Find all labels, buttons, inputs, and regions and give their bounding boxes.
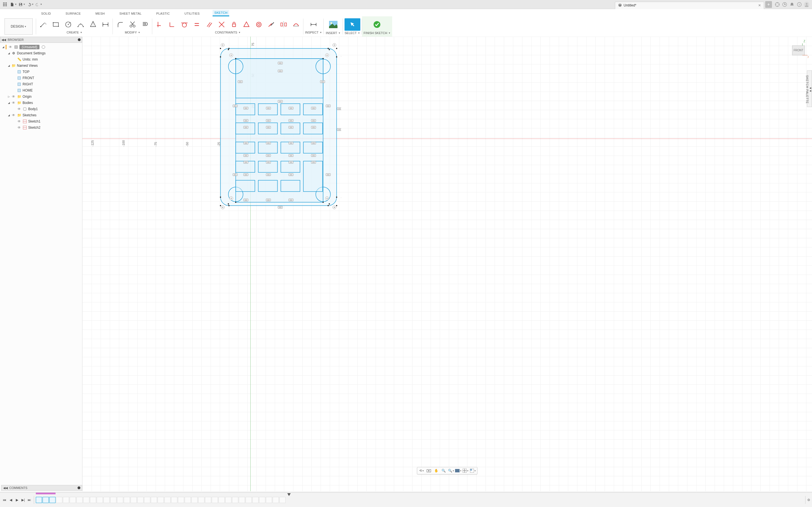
curvature-constraint[interactable]	[290, 19, 302, 30]
select-label: SELECT	[345, 31, 357, 35]
profile-avatar[interactable]	[803, 1, 810, 8]
svg-rect-18	[53, 22, 59, 26]
help-icon[interactable]: ?	[796, 1, 803, 8]
fix-constraint[interactable]	[229, 19, 240, 30]
tangent-constraint[interactable]	[179, 19, 190, 30]
cube-icon	[618, 3, 622, 8]
ribbon: SOLID SURFACE MESH SHEET METAL PLASTIC U…	[0, 9, 812, 37]
tab-mesh[interactable]: MESH	[94, 11, 107, 16]
tab-utilities[interactable]: UTILITIES	[183, 11, 201, 16]
tab-solid[interactable]: SOLID	[40, 11, 53, 16]
svg-rect-7	[4, 5, 5, 6]
undo-icon[interactable]: ▼	[27, 1, 34, 8]
dimension-tool[interactable]	[100, 19, 111, 30]
system-toolbar: ▼ ▼ ▼ ▼ Untitled* ✕ + ?	[0, 0, 812, 9]
insert-image-tool[interactable]	[325, 18, 341, 31]
offset-tool[interactable]	[139, 19, 151, 30]
finish-sketch-button[interactable]	[369, 18, 385, 31]
svg-point-61	[331, 22, 332, 24]
svg-point-19	[53, 22, 54, 23]
new-tab-button[interactable]: +	[765, 1, 772, 8]
tab-sheetmetal[interactable]: SHEET METAL	[118, 11, 144, 16]
midpoint-constraint[interactable]	[241, 19, 252, 30]
spline-tool[interactable]	[87, 19, 99, 30]
coincident-constraint[interactable]	[216, 19, 227, 30]
line-tool[interactable]	[38, 19, 49, 30]
group-finish: FINISH SKETCH▼	[362, 16, 393, 37]
svg-rect-48	[232, 24, 236, 26]
constraints-label: CONSTRAINTS	[215, 31, 238, 34]
browser-panel: ◀◀ BROWSER ◢👁(Unsaved) ◢⚙Document Settin…	[0, 37, 82, 37]
svg-text:?: ?	[799, 3, 800, 6]
symmetry-constraint[interactable]	[278, 19, 289, 30]
document-tab[interactable]: Untitled* ✕	[615, 2, 764, 9]
svg-rect-3	[3, 4, 4, 5]
group-insert: INSERT▼	[324, 16, 343, 37]
svg-point-25	[78, 26, 79, 27]
svg-rect-1	[4, 3, 5, 3]
finish-label: FINISH SKETCH	[364, 31, 388, 35]
svg-point-20	[58, 26, 59, 27]
equal-constraint[interactable]	[191, 19, 202, 30]
tab-plastic[interactable]: PLASTIC	[154, 11, 171, 16]
workspace-switcher[interactable]: DESIGN▼	[4, 18, 33, 35]
save-icon[interactable]: ▼	[18, 1, 26, 8]
group-inspect: INSPECT▼	[303, 16, 324, 37]
grid	[82, 37, 812, 37]
document-title: Untitled*	[624, 3, 637, 7]
concentric-constraint[interactable]	[253, 19, 264, 30]
group-select: SELECT▼	[343, 16, 362, 37]
trim-tool[interactable]	[127, 19, 138, 30]
svg-rect-0	[3, 3, 4, 3]
browser-header[interactable]: ◀◀ BROWSER	[0, 37, 82, 37]
file-menu-icon[interactable]: ▼	[10, 1, 17, 8]
tab-surface[interactable]: SURFACE	[64, 11, 83, 16]
select-tool[interactable]	[345, 18, 360, 31]
parallel-constraint[interactable]	[204, 19, 215, 30]
fillet-tool[interactable]	[114, 19, 126, 30]
close-tab-icon[interactable]: ✕	[758, 3, 761, 7]
svg-point-40	[183, 23, 187, 27]
svg-point-27	[80, 24, 81, 24]
svg-rect-10	[20, 4, 22, 6]
perpendicular-constraint[interactable]	[166, 19, 177, 30]
y-axis	[250, 37, 251, 37]
svg-rect-9	[20, 3, 21, 4]
measure-tool[interactable]	[308, 19, 319, 30]
modify-label: MODIFY	[125, 31, 137, 34]
group-create: CREATE▼	[36, 16, 113, 37]
svg-point-17	[40, 26, 42, 27]
svg-rect-2	[6, 3, 7, 3]
inspect-label: INSPECT	[305, 31, 319, 34]
svg-point-24	[70, 22, 70, 23]
collinear-constraint[interactable]	[266, 19, 277, 30]
group-constraints: CONSTRAINTS▼	[152, 16, 303, 37]
extensions-icon[interactable]	[774, 1, 781, 8]
redo-icon[interactable]: ▼	[36, 1, 42, 8]
arc-tool[interactable]	[75, 19, 86, 30]
job-status-icon[interactable]	[781, 1, 788, 8]
insert-label: INSERT	[326, 31, 337, 35]
group-modify: MODIFY▼	[113, 16, 152, 37]
svg-rect-8	[6, 5, 7, 6]
svg-point-50	[258, 23, 260, 25]
svg-rect-5	[6, 4, 7, 5]
create-label: CREATE	[66, 31, 79, 34]
rectangle-tool[interactable]	[50, 19, 61, 30]
svg-point-23	[68, 24, 69, 25]
tab-sketch[interactable]: SKETCH	[213, 10, 229, 16]
svg-point-16	[806, 3, 808, 5]
notifications-icon[interactable]	[788, 1, 796, 8]
horizontal-constraint[interactable]	[154, 19, 165, 30]
svg-rect-55	[285, 23, 287, 26]
svg-rect-4	[4, 4, 5, 5]
svg-rect-54	[281, 23, 283, 26]
apps-icon[interactable]	[2, 1, 8, 8]
circle-tool[interactable]	[63, 19, 74, 30]
svg-point-49	[257, 22, 261, 27]
canvas[interactable]: -125 -100 -75 -50 -25 75 50 25	[82, 37, 812, 37]
svg-point-26	[83, 26, 84, 27]
svg-rect-6	[3, 5, 4, 6]
